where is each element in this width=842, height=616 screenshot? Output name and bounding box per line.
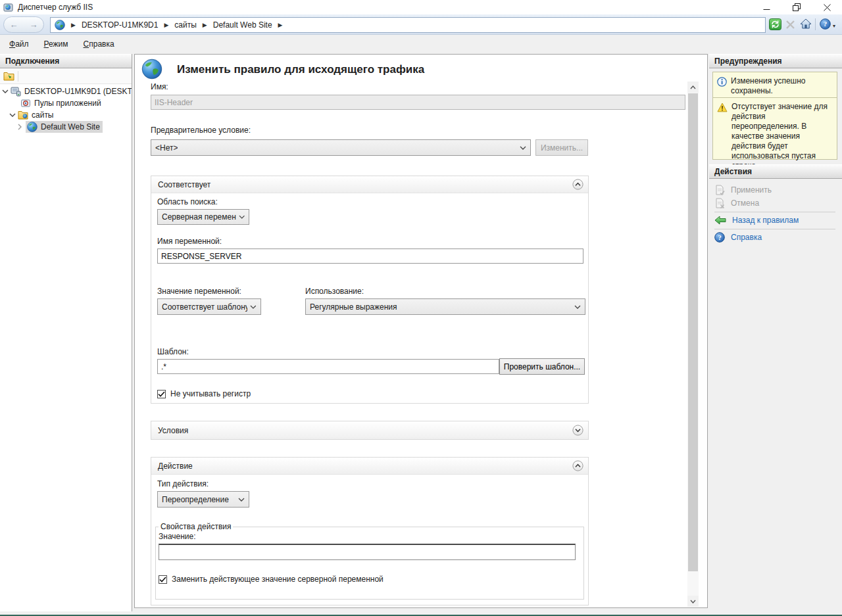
actions-separator <box>714 212 835 212</box>
back-icon[interactable]: ← <box>10 20 18 29</box>
precondition-label: Предварительное условие: <box>151 126 251 135</box>
replace-checkbox-row[interactable]: Заменить действующее значение серверной … <box>159 575 384 584</box>
connections-panel: Подключения DESKTOP-U1MK9D1 (DESKTOI Пул… <box>0 54 132 611</box>
apply-action: Применить <box>714 184 772 196</box>
scope-label: Область поиска: <box>157 197 218 206</box>
iis-app-icon <box>3 2 14 12</box>
right-sidebar: Предупреждения Изменения успешно сохране… <box>709 54 842 611</box>
breadcrumb-item-default-web-site[interactable]: Default Web Site <box>213 20 272 30</box>
conditions-section-title: Условия <box>158 426 188 435</box>
forward-icon[interactable]: → <box>30 20 38 29</box>
close-button[interactable] <box>812 0 842 14</box>
breadcrumb-arrow-icon: ▶ <box>71 22 76 28</box>
action-section-title: Действие <box>158 462 193 471</box>
alert-warning-text: Отсутствует значение для действия переоп… <box>731 102 834 155</box>
connections-header: Подключения <box>0 54 132 68</box>
scroll-down-button[interactable] <box>687 596 699 607</box>
expand-section-icon[interactable] <box>572 425 583 436</box>
breadcrumb-item-sites[interactable]: сайты <box>174 20 197 30</box>
breadcrumb-item-server[interactable]: DESKTOP-U1MK9D1 <box>82 20 158 30</box>
tree-item-server[interactable]: DESKTOP-U1MK9D1 (DESKTOI <box>0 85 132 97</box>
tree-item-app-pools[interactable]: Пулы приложений <box>0 97 132 109</box>
scrollbar-thumb[interactable] <box>688 93 698 571</box>
collapse-section-icon[interactable] <box>572 179 583 190</box>
value-label: Значение: <box>159 532 196 541</box>
apply-icon <box>714 185 725 195</box>
selected-tree-item[interactable]: Default Web Site <box>26 121 103 133</box>
alerts-header: Предупреждения <box>709 54 842 68</box>
svg-text:?: ? <box>718 234 721 241</box>
vertical-scrollbar[interactable] <box>687 82 699 607</box>
menu-view[interactable]: Режим <box>38 37 74 51</box>
name-label: Имя: <box>151 82 168 91</box>
home-icon[interactable] <box>800 18 812 31</box>
replace-existing-label: Заменить действующее значение серверной … <box>172 575 384 584</box>
back-to-rules-link[interactable]: Назад к правилам <box>714 214 799 226</box>
action-value-input[interactable] <box>159 544 576 560</box>
action-type-select[interactable]: Переопределение <box>157 491 249 508</box>
restore-button[interactable] <box>781 0 812 14</box>
cancel-icon <box>714 198 725 208</box>
collapse-section-icon[interactable] <box>572 460 583 471</box>
page-globe-icon <box>141 59 162 82</box>
breadcrumb-arrow-icon: ▶ <box>278 22 283 28</box>
scroll-up-button[interactable] <box>687 82 699 93</box>
pattern-input[interactable] <box>157 359 499 374</box>
checkbox-checked-icon[interactable] <box>157 390 166 398</box>
address-bar: ← → ▶ DESKTOP-U1MK9D1 ▶ сайты ▶ Default … <box>0 14 842 35</box>
svg-text:?: ? <box>824 20 828 28</box>
application-pools-icon <box>20 98 31 108</box>
chevron-expanded-icon[interactable] <box>2 89 9 94</box>
help-link[interactable]: ? Справка <box>714 231 762 243</box>
test-pattern-button[interactable]: Проверить шаблон... <box>499 358 585 375</box>
save-connection-folder-icon[interactable] <box>3 71 14 83</box>
match-section-title: Соответствует <box>158 180 210 189</box>
sites-folder-icon <box>18 110 28 120</box>
minimize-button[interactable] <box>751 0 781 14</box>
server-icon <box>11 86 21 97</box>
ignore-case-checkbox-row[interactable]: Не учитывать регистр <box>157 389 251 398</box>
help-dropdown-caret-icon[interactable]: ▾ <box>833 23 835 29</box>
help-circle-icon: ? <box>714 232 725 243</box>
info-icon <box>717 77 727 96</box>
name-input <box>151 95 685 110</box>
chevron-down-icon <box>520 146 526 150</box>
chevron-expanded-icon[interactable] <box>9 112 16 118</box>
window-title: Диспетчер служб IIS <box>18 0 93 14</box>
variable-value-select[interactable]: Соответствует шаблону <box>157 298 261 315</box>
action-type-label: Тип действия: <box>157 479 209 488</box>
back-arrow-icon <box>714 216 726 225</box>
chevron-collapsed-icon[interactable] <box>17 124 24 130</box>
scope-select[interactable]: Серверная переменн <box>157 209 249 225</box>
navigation-buttons: ← → <box>3 16 44 33</box>
page-title: Изменить правило для исходящего трафика <box>177 63 424 76</box>
help-icon[interactable]: ? <box>820 18 831 32</box>
checkbox-checked-icon[interactable] <box>159 575 167 584</box>
breadcrumb[interactable]: ▶ DESKTOP-U1MK9D1 ▶ сайты ▶ Default Web … <box>50 17 766 33</box>
alert-info: Изменения успешно сохранены. <box>712 72 837 101</box>
title-bar: Диспетчер служб IIS <box>0 0 842 14</box>
tree-item-default-web-site[interactable]: Default Web Site <box>0 121 132 133</box>
precondition-select[interactable]: <Нет> <box>151 139 531 156</box>
conditions-section: Условия <box>151 421 589 440</box>
tree-item-sites[interactable]: сайты <box>0 109 132 121</box>
pattern-label: Шаблон: <box>157 347 189 356</box>
edit-outbound-rule-page: Изменить правило для исходящего трафика … <box>134 54 708 608</box>
tree-item-label: сайты <box>32 110 54 120</box>
warning-icon <box>717 103 728 155</box>
chevron-down-icon <box>238 498 245 502</box>
variable-name-input[interactable] <box>157 249 583 264</box>
window-controls <box>751 0 842 14</box>
menu-help[interactable]: Справка <box>78 37 120 51</box>
ignore-case-label: Не учитывать регистр <box>170 389 251 398</box>
chevron-down-icon <box>250 305 257 309</box>
using-select[interactable]: Регулярные выражения <box>305 298 585 315</box>
alert-warning: Отсутствует значение для действия переоп… <box>712 97 837 160</box>
menu-file[interactable]: Файл <box>3 37 35 51</box>
edit-precondition-button: Изменить... <box>535 139 588 156</box>
tree-item-label: Пулы приложений <box>34 99 101 108</box>
variable-name-label: Имя переменной: <box>157 237 222 246</box>
refresh-icon[interactable] <box>769 18 781 32</box>
variable-value-label: Значение переменной: <box>157 287 241 296</box>
tree-item-label: DESKTOP-U1MK9D1 (DESKTOI <box>24 87 132 96</box>
